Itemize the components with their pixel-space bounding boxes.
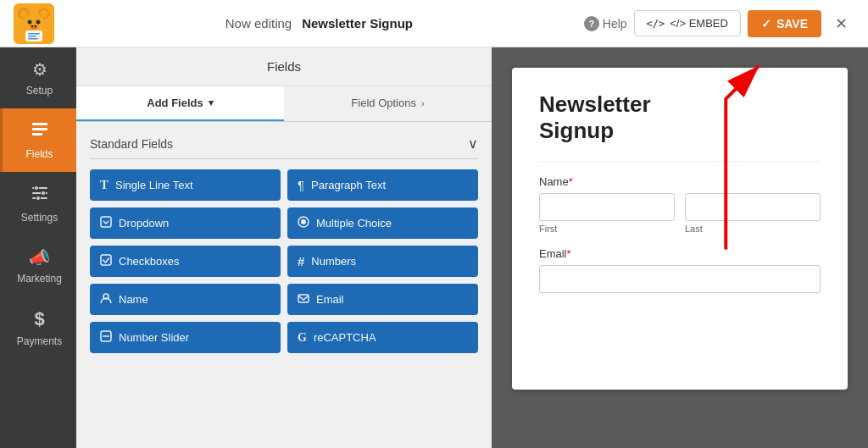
paragraph-text-icon: ¶ <box>298 178 304 192</box>
svg-point-21 <box>34 186 38 191</box>
multiple-choice-label: Multiple Choice <box>316 217 392 230</box>
name-label: Name* <box>539 175 821 188</box>
form-divider <box>539 161 821 162</box>
help-button[interactable]: ? Help <box>584 16 627 31</box>
sidebar-item-settings[interactable]: Settings <box>0 172 76 235</box>
last-name-wrap: Last <box>685 193 821 234</box>
numbers-label: Numbers <box>311 255 356 268</box>
checkmark-icon: ✓ <box>761 17 771 30</box>
paragraph-text-label: Paragraph Text <box>311 179 386 191</box>
numbers-button[interactable]: # Numbers <box>287 246 478 277</box>
form-name: Newsletter Signup <box>302 16 413 30</box>
bear-icon <box>14 3 54 44</box>
email-label: Email <box>316 293 344 306</box>
email-required-star: * <box>567 247 571 260</box>
help-circle-icon: ? <box>584 16 599 31</box>
field-buttons-grid: T Single Line Text ¶ Paragraph Text Drop… <box>90 169 478 353</box>
sidebar-item-marketing[interactable]: 📣 Marketing <box>0 235 76 296</box>
dropdown-icon <box>100 216 112 230</box>
fields-content: Standard Fields ∨ T Single Line Text ¶ P… <box>76 122 492 448</box>
save-button[interactable]: ✓ SAVE <box>748 10 821 37</box>
name-inputs: First Last <box>539 193 821 234</box>
multiple-choice-button[interactable]: Multiple Choice <box>287 207 478 239</box>
dropdown-label: Dropdown <box>119 217 169 230</box>
name-field-group: Name* First Last <box>539 175 821 234</box>
first-name-wrap: First <box>539 193 675 234</box>
svg-rect-12 <box>28 33 40 35</box>
top-bar-actions: ? Help </> </> EMBED ✓ SAVE ✕ <box>584 10 854 37</box>
first-name-input[interactable] <box>539 193 675 221</box>
content-panel: Fields Add Fields ▾ Field Options › Stan… <box>76 47 492 448</box>
email-label: Email* <box>539 247 821 260</box>
sidebar-label-marketing: Marketing <box>17 273 62 285</box>
name-icon <box>100 292 112 307</box>
number-slider-icon <box>100 330 112 345</box>
sidebar-label-setup: Setup <box>26 85 53 97</box>
svg-point-3 <box>20 10 27 17</box>
email-button[interactable]: Email <box>287 284 478 315</box>
recaptcha-button[interactable]: G reCAPTCHA <box>287 322 478 353</box>
svg-rect-13 <box>28 36 36 37</box>
svg-rect-14 <box>28 38 38 40</box>
svg-point-9 <box>31 25 33 26</box>
svg-rect-15 <box>32 123 47 125</box>
email-field-group: Email* <box>539 247 821 293</box>
fields-title: Fields <box>267 59 301 74</box>
svg-point-6 <box>28 19 32 24</box>
sidebar-label-fields: Fields <box>25 148 53 160</box>
main-layout: ⚙ Setup Fields Settings 📣 Marketing $ Pa… <box>0 47 868 448</box>
editing-prefix: Now editing <box>225 16 292 30</box>
sidebar-label-settings: Settings <box>21 212 58 224</box>
fields-icon <box>31 120 49 143</box>
svg-point-10 <box>35 25 36 26</box>
number-slider-button[interactable]: Number Slider <box>90 322 281 353</box>
numbers-icon: # <box>298 254 304 268</box>
checkboxes-label: Checkboxes <box>119 255 180 268</box>
single-line-text-label: Single Line Text <box>115 179 193 191</box>
checkboxes-icon <box>100 254 112 268</box>
editing-info: Now editing Newsletter Signup <box>64 16 574 30</box>
sidebar-label-payments: Payments <box>17 335 62 347</box>
single-line-text-icon: T <box>100 178 108 192</box>
svg-rect-17 <box>32 133 42 136</box>
name-button[interactable]: Name <box>90 284 281 315</box>
number-slider-label: Number Slider <box>119 331 189 344</box>
name-required-star: * <box>569 175 573 188</box>
section-collapse-icon[interactable]: ∨ <box>468 136 478 152</box>
recaptcha-label: reCAPTCHA <box>314 331 376 344</box>
paragraph-text-button[interactable]: ¶ Paragraph Text <box>287 169 478 201</box>
dropdown-button[interactable]: Dropdown <box>90 207 281 239</box>
checkboxes-button[interactable]: Checkboxes <box>90 246 281 277</box>
email-icon <box>298 292 309 307</box>
first-sublabel: First <box>539 224 675 234</box>
embed-button[interactable]: </> </> EMBED <box>634 10 741 36</box>
sidebar-item-payments[interactable]: $ Payments <box>0 296 76 359</box>
svg-point-26 <box>301 219 306 224</box>
close-button[interactable]: ✕ <box>828 11 854 36</box>
svg-point-22 <box>41 191 45 196</box>
svg-rect-29 <box>298 295 309 302</box>
top-bar: Now editing Newsletter Signup ? Help </>… <box>0 0 868 47</box>
tab-add-fields-label: Add Fields <box>147 97 203 109</box>
fields-header: Fields <box>76 47 492 86</box>
svg-point-7 <box>36 19 41 24</box>
chevron-down-icon: ▾ <box>209 97 214 108</box>
tab-add-fields[interactable]: Add Fields ▾ <box>76 86 284 121</box>
standard-fields-header: Standard Fields ∨ <box>90 136 478 159</box>
code-icon: </> <box>647 18 665 30</box>
svg-point-23 <box>36 196 40 201</box>
single-line-text-button[interactable]: T Single Line Text <box>90 169 281 201</box>
svg-point-4 <box>41 10 47 17</box>
logo <box>14 3 54 44</box>
svg-rect-24 <box>101 217 111 227</box>
tab-field-options-label: Field Options <box>351 97 416 109</box>
last-name-input[interactable] <box>685 193 821 221</box>
tab-field-options[interactable]: Field Options › <box>284 86 492 121</box>
form-title: Newsletter Signup <box>539 91 821 144</box>
email-input[interactable] <box>539 265 821 293</box>
sidebar-item-setup[interactable]: ⚙ Setup <box>0 47 76 108</box>
payments-icon: $ <box>34 308 44 330</box>
sidebar-item-fields[interactable]: Fields <box>0 108 76 172</box>
svg-rect-16 <box>32 128 47 130</box>
name-label: Name <box>119 293 148 306</box>
